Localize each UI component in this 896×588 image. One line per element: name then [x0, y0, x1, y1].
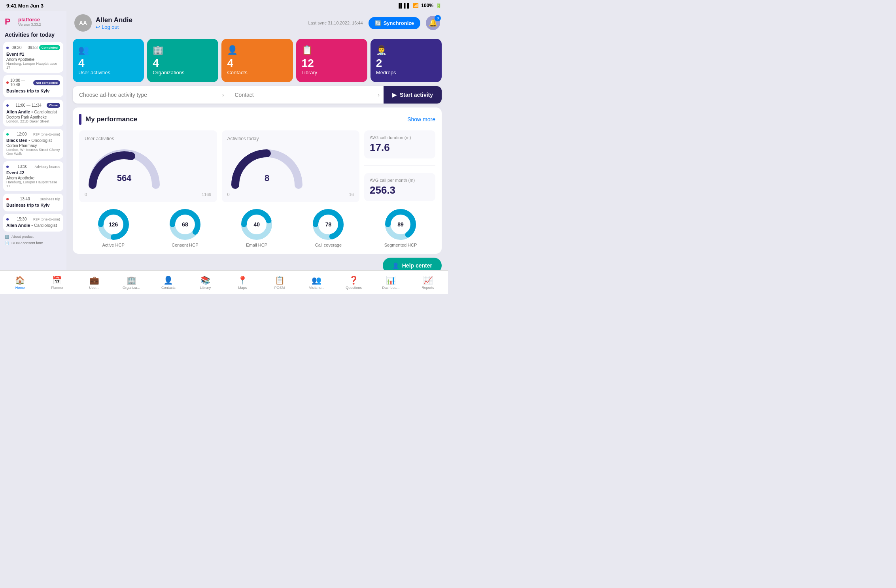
pie-chart-call-coverage: 78 Call coverage — [312, 209, 344, 247]
sidebar-footer[interactable]: ℹ️ About product 📄 GDRP consent form — [3, 235, 63, 245]
metric-card-user-activities[interactable]: 👥 4 User activities — [73, 39, 144, 82]
pie-label: Consent HCP — [172, 243, 198, 247]
activity-list-item[interactable]: 12:00 F2F (one-to-one) Black Ben • Oncol… — [3, 129, 63, 159]
nav-item-planner[interactable]: 📅 Planner — [45, 274, 69, 291]
sidebar-header: P platforce Version 3.33.2 — [3, 16, 63, 27]
about-product-link[interactable]: ℹ️ About product — [5, 235, 62, 239]
avg-call-label: AVG call duration (m) — [370, 135, 430, 140]
avg-call-month-card: AVG call per month (m) 256.3 — [364, 173, 435, 201]
metric-card-organizations[interactable]: 🏢 4 Organizations — [147, 39, 218, 82]
logo-icon: P — [5, 16, 16, 27]
activity-list-item[interactable]: 13:40 Business trip Business trip to Kyi… — [3, 194, 63, 211]
activity-list-item[interactable]: 10:00 — 10:48 Not completed Business tri… — [3, 75, 63, 97]
nav-label: Visits to... — [309, 286, 324, 290]
gdpr-link[interactable]: 📄 GDRP consent form — [5, 241, 62, 245]
avg-call-duration-card: AVG call duration (m) 17.6 — [364, 130, 435, 158]
start-activity-button[interactable]: ▶ Start activity — [384, 86, 442, 104]
nav-item-maps[interactable]: 📍 Maps — [231, 274, 254, 291]
header-right: Last sync 31.10.2022, 16:44 🔄 Synchroniz… — [308, 16, 440, 30]
activity-list-item[interactable]: 13:10 Advisory boards Event #2 Ahorn Apo… — [3, 161, 63, 191]
card-count: 4 — [227, 58, 233, 69]
card-count: 4 — [153, 58, 159, 69]
activity-list-item[interactable]: 11:00 — 11:34 Close Allen Andie • Cardio… — [3, 100, 63, 126]
user-name: Allen Andie — [96, 16, 132, 24]
metric-card-medreps[interactable]: 👨‍⚕️ 2 Medreps — [370, 39, 442, 82]
svg-text:8: 8 — [264, 173, 269, 183]
contact-input[interactable] — [228, 86, 374, 104]
nav-icon: 📊 — [386, 275, 396, 285]
help-icon: 👤 — [392, 262, 399, 269]
activity-type-input[interactable] — [73, 86, 218, 104]
pie-label: Email HCP — [246, 243, 267, 247]
perf-bar — [79, 114, 81, 125]
pie-label: Active HCP — [102, 243, 125, 247]
pie-chart-segmented-hcp: 89 Segmented HCP — [384, 209, 417, 247]
charts-row: User activities 564 0 1169 Act — [79, 130, 435, 202]
stat-divider — [364, 166, 435, 166]
nav-item-contacts[interactable]: 👤 Contacts — [157, 274, 180, 291]
nav-item-questions[interactable]: ❓ Questions — [342, 274, 366, 291]
sync-info: Last sync 31.10.2022, 16:44 — [308, 21, 363, 25]
metric-card-contacts[interactable]: 👤 4 Contacts — [221, 39, 293, 82]
nav-icon: 💼 — [89, 275, 99, 285]
card-label: Library — [302, 70, 318, 75]
battery-icon: 🔋 — [436, 3, 442, 8]
performance-header: My performance Show more — [79, 114, 435, 125]
nav-icon: 👤 — [163, 275, 173, 285]
nav-item-dashboa[interactable]: 📊 Dashboa... — [379, 274, 403, 291]
nav-icon: 👥 — [312, 275, 321, 285]
activity-list: 09:30 — 09:53 Completed Event #1 Ahorn A… — [3, 42, 63, 232]
nav-item-visits-to[interactable]: 👥 Visits to... — [305, 274, 329, 291]
card-icon: 👥 — [78, 45, 89, 55]
performance-section: My performance Show more User activities… — [73, 107, 442, 254]
activity-list-item[interactable]: 15:30 F2F (one-to-one) Allen Andie • Car… — [3, 214, 63, 232]
activities-today-chart: Activities today 8 0 16 — [222, 130, 360, 202]
nav-item-user[interactable]: 💼 User... — [82, 274, 106, 291]
activities-title: Activities for today — [3, 32, 63, 38]
nav-icon: 📋 — [275, 275, 285, 285]
nav-label: Organiza... — [123, 286, 140, 290]
pie-value: 78 — [325, 221, 332, 228]
bottom-nav: 🏠 Home 📅 Planner 💼 User... 🏢 Organiza...… — [0, 270, 448, 294]
activity-list-item[interactable]: 09:30 — 09:53 Completed Event #1 Ahorn A… — [3, 42, 63, 73]
semi-chart-2: 8 — [227, 145, 306, 189]
show-more-link[interactable]: Show more — [407, 116, 435, 122]
sync-button[interactable]: 🔄 Synchronize — [369, 17, 420, 29]
logout-link[interactable]: ↩ Log out — [96, 24, 132, 30]
main-content: AA Allen Andie ↩ Log out Last sync 31.10… — [66, 11, 448, 270]
nav-label: Planner — [51, 286, 63, 290]
card-label: Medreps — [376, 70, 396, 75]
nav-item-library[interactable]: 📚 Library — [194, 274, 217, 291]
notification-button[interactable]: 🔔 3 — [426, 16, 440, 30]
nav-item-reports[interactable]: 📈 Reports — [416, 274, 440, 291]
nav-label: Contacts — [161, 286, 176, 290]
nav-label: User... — [89, 286, 99, 290]
nav-icon: 📅 — [52, 275, 62, 285]
pie-chart-active-hcp: 126 Active HCP — [98, 209, 129, 247]
avg-month-label: AVG call per month (m) — [370, 178, 430, 183]
help-center-container: 👤 Help center — [66, 258, 448, 270]
pie-value: 89 — [397, 221, 404, 228]
nav-icon: 📚 — [200, 275, 210, 285]
chart-range-2: 0 16 — [227, 192, 354, 197]
nav-item-organiza[interactable]: 🏢 Organiza... — [119, 274, 143, 291]
pie-label: Segmented HCP — [384, 243, 417, 247]
nav-icon: ❓ — [349, 275, 359, 285]
nav-item-home[interactable]: 🏠 Home — [8, 274, 32, 291]
card-label: Contacts — [227, 70, 247, 75]
metric-cards: 👥 4 User activities 🏢 4 Organizations 👤 … — [66, 35, 448, 86]
card-icon: 📋 — [302, 45, 312, 55]
nav-label: Library — [200, 286, 211, 290]
user-info: AA Allen Andie ↩ Log out — [74, 14, 132, 32]
card-label: User activities — [78, 70, 110, 75]
nav-icon: 🏠 — [15, 275, 25, 285]
nav-label: POSM — [274, 286, 285, 290]
nav-item-posm[interactable]: 📋 POSM — [268, 274, 291, 291]
activity-chevron-icon: › — [218, 86, 228, 104]
sync-icon: 🔄 — [375, 20, 381, 26]
help-center-button[interactable]: 👤 Help center — [383, 258, 442, 270]
chart-title-2: Activities today — [227, 136, 354, 141]
metric-card-library[interactable]: 📋 12 Library — [296, 39, 367, 82]
user-avatar: AA — [74, 14, 92, 32]
stat-cards-right: AVG call duration (m) 17.6 AVG call per … — [364, 130, 435, 202]
